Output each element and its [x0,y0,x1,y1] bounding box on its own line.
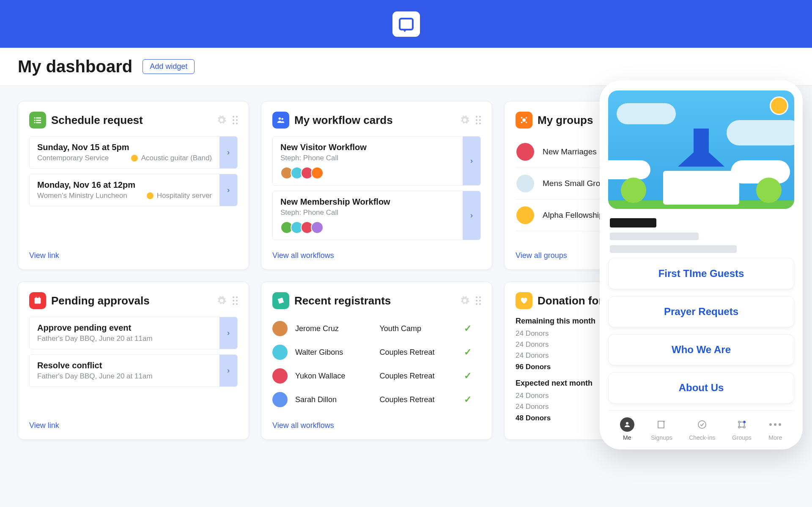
item-title: Resolve conflict [37,361,212,370]
role-badge: Acoustic guitar (Band) [131,154,212,162]
svg-point-8 [521,117,523,119]
card-schedule-request: Schedule request Sunday, Nov 15 at 5pm C… [18,101,249,270]
page-title: My dashboard [18,57,132,76]
checkin-icon [695,417,709,432]
view-all-workflows-link[interactable]: View all workflows [272,251,334,260]
schedule-item[interactable]: Monday, Nov 16 at 12pm Women's Ministry … [29,174,238,206]
mobile-link-card[interactable]: About Us [608,372,794,403]
card-title: My workflow cards [294,114,455,127]
svg-point-23 [743,426,745,428]
svg-rect-2 [34,120,36,121]
card-title: Recent registrants [294,294,455,307]
heart-icon [516,292,532,309]
svg-point-17 [626,422,628,425]
avatar [272,368,288,384]
gear-icon[interactable] [460,115,470,125]
svg-rect-5 [36,122,41,123]
nav-signups[interactable]: Signups [651,417,672,441]
registrant-row: Walter GibonsCouples Retreat✓ [272,340,481,364]
groups-icon [516,112,532,129]
svg-point-9 [526,117,527,119]
svg-point-10 [521,122,523,123]
svg-rect-15 [36,297,36,299]
avatar [516,206,534,224]
avatar-stack [280,221,455,234]
svg-rect-18 [658,421,664,428]
check-icon: ✓ [464,370,481,381]
user-avatar[interactable] [770,96,788,115]
ticket-icon [272,292,289,309]
drag-handle-icon[interactable] [476,296,481,305]
chevron-right-icon[interactable]: › [219,174,237,206]
skeleton-text [610,218,793,253]
chevron-right-icon[interactable]: › [463,191,480,240]
svg-rect-0 [34,118,36,119]
more-icon [768,417,782,432]
svg-rect-4 [34,122,36,123]
nav-more[interactable]: More [768,417,782,441]
approval-item[interactable]: Approve pending event Father's Day BBQ, … [29,317,238,349]
registrant-row: Sarah DillonCouples Retreat✓ [272,388,481,411]
groups-nav-icon [735,417,749,432]
mobile-bottom-nav: Me Signups Check-ins Groups More [608,410,794,449]
drag-handle-icon[interactable] [476,116,481,124]
svg-point-19 [698,421,706,428]
svg-rect-12 [522,118,525,121]
item-title: Sunday, Nov 15 at 5pm [37,143,212,152]
svg-point-6 [279,118,281,120]
chevron-right-icon[interactable]: › [219,137,237,168]
card-recent-registrants: Recent registrants Jerome CruzYouth Camp… [261,282,492,440]
gear-icon[interactable] [217,115,227,125]
check-icon: ✓ [464,323,481,334]
check-icon: ✓ [464,394,481,405]
nav-groups[interactable]: Groups [732,417,752,441]
chevron-right-icon[interactable]: › [463,137,480,185]
card-workflow: My workflow cards New Visitor Workflow S… [261,101,492,270]
card-title: Schedule request [51,114,211,127]
svg-rect-1 [36,118,41,119]
avatar [272,321,288,336]
gear-icon[interactable] [217,296,227,306]
workflow-item[interactable]: New Visitor Workflow Steph: Phone Call › [272,136,481,186]
approval-item[interactable]: Resolve conflict Father's Day BBQ, June … [29,354,238,387]
view-all-groups-link[interactable]: View all groups [516,251,567,260]
svg-point-22 [738,426,740,428]
svg-rect-14 [35,298,41,300]
chevron-right-icon[interactable]: › [219,355,237,386]
workflow-item[interactable]: New Membership Workflow Steph: Phone Cal… [272,191,481,240]
gear-icon[interactable] [460,296,470,306]
svg-point-21 [743,421,745,423]
mobile-link-card[interactable]: First TIme Guests [608,258,794,289]
svg-rect-3 [36,120,41,121]
card-pending-approvals: Pending approvals Approve pending event … [18,282,249,440]
svg-point-11 [526,122,527,123]
signup-icon [654,417,669,432]
item-title: Monday, Nov 16 at 12pm [37,180,212,190]
chevron-right-icon[interactable]: › [219,317,237,349]
nav-checkins[interactable]: Check-ins [689,417,715,441]
nav-me[interactable]: Me [620,417,634,441]
avatar-stack [280,167,455,179]
svg-point-20 [738,421,740,423]
mobile-link-card[interactable]: Prayer Requets [608,296,794,327]
schedule-item[interactable]: Sunday, Nov 15 at 5pm Contemporary Servi… [29,136,238,169]
drag-handle-icon[interactable] [233,296,238,305]
svg-point-7 [281,118,283,120]
calendar-icon [29,292,46,309]
drag-handle-icon[interactable] [233,116,238,124]
check-icon: ✓ [464,347,481,358]
list-icon [29,112,46,129]
mobile-hero-image [608,90,794,209]
avatar [516,143,534,161]
top-banner [0,0,812,48]
avatar [272,392,288,407]
view-link[interactable]: View link [29,421,59,430]
view-all-workflows-link[interactable]: View all workflows [272,421,334,430]
item-title: New Visitor Workflow [280,143,455,152]
person-icon [620,417,634,432]
mobile-link-card[interactable]: Who We Are [608,334,794,365]
avatar [272,345,288,360]
role-badge: Hospitality server [147,192,212,200]
view-link[interactable]: View link [29,251,59,260]
add-widget-button[interactable]: Add widget [143,59,195,74]
